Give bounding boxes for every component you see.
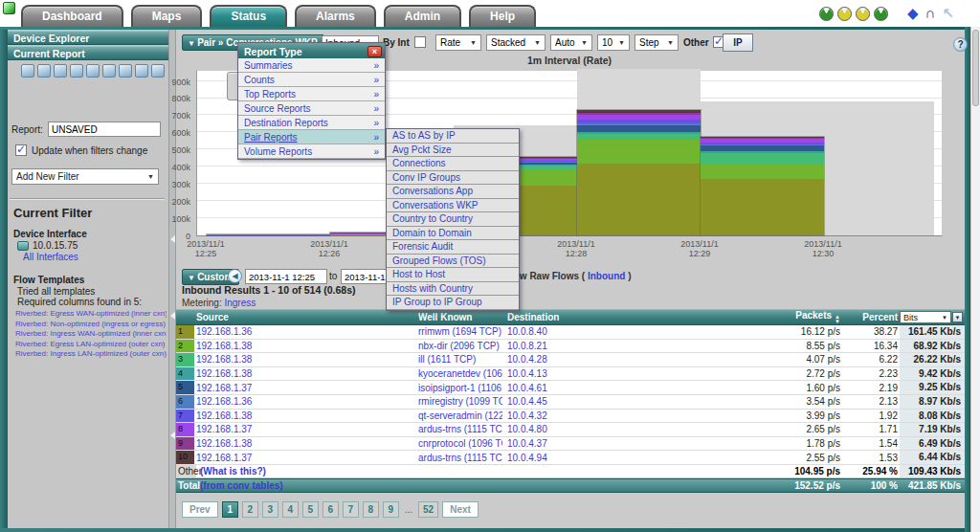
tab-help[interactable]: Help xyxy=(469,5,536,27)
destination-cell[interactable]: 10.0.4.45 xyxy=(507,396,670,407)
submenu-item-domain-to-domain[interactable]: Domain to Domain xyxy=(387,227,519,241)
menu-item-top-reports[interactable]: Top Reports» xyxy=(238,87,385,101)
page-button-2[interactable]: 2 xyxy=(242,501,258,518)
menu-item-summaries[interactable]: Summaries» xyxy=(238,58,385,73)
device-explorer-header[interactable]: Device Explorer xyxy=(8,31,168,45)
by-int-checkbox[interactable] xyxy=(414,36,426,48)
pie-chart-yellow-icon[interactable] xyxy=(837,7,852,21)
close-icon[interactable] xyxy=(368,46,382,57)
tab-maps[interactable]: Maps xyxy=(131,5,203,27)
table-row-10[interactable]: 10192.168.1.37ardus-trns (1115 TCP)10.0.… xyxy=(176,451,965,465)
help-icon[interactable]: ? xyxy=(953,37,968,52)
view-raw-flows-inbound-link[interactable]: Inbound xyxy=(588,271,625,281)
template-link-ingress-lan-optimi[interactable]: Riverbed: Ingress LAN-optimized (outer c… xyxy=(15,349,167,360)
menu-item-counts[interactable]: Counts» xyxy=(238,73,385,87)
page-button-52[interactable]: 52 xyxy=(418,501,438,518)
source-cell[interactable]: 192.168.1.36 xyxy=(194,326,418,337)
email-report-icon[interactable] xyxy=(135,64,148,78)
destination-cell[interactable]: 10.0.4.61 xyxy=(507,383,670,393)
nav-arrow-icon[interactable] xyxy=(942,5,954,22)
source-cell[interactable]: 192.168.1.38 xyxy=(194,354,418,365)
scrollbar-thumb[interactable] xyxy=(972,30,979,106)
what-is-this-link[interactable]: (What is this?) xyxy=(196,466,670,477)
well-known-cell[interactable]: qt-serveradmin (1220 TCP) xyxy=(418,410,502,421)
tab-admin[interactable]: Admin xyxy=(384,5,461,27)
submenu-item-country-to-country[interactable]: Country to Country xyxy=(387,212,519,227)
info-diamond-icon[interactable] xyxy=(907,5,919,22)
tab-alarms[interactable]: Alarms xyxy=(295,5,376,27)
vertical-scrollbar[interactable] xyxy=(970,27,980,532)
ip-button[interactable]: IP xyxy=(723,33,753,52)
well-known-cell[interactable]: ardus-trns (1115 TCP) xyxy=(418,453,502,463)
metering-ingress-link[interactable]: Ingress xyxy=(224,298,256,308)
stacked-select[interactable]: Stacked xyxy=(486,34,546,51)
pie-chart-green-icon[interactable] xyxy=(819,7,834,21)
well-known-column-header[interactable]: Well Known xyxy=(418,312,502,322)
menu-item-source-reports[interactable]: Source Reports» xyxy=(238,101,385,116)
pie-chart-yellow-icon[interactable] xyxy=(856,7,870,21)
source-cell[interactable]: 192.168.1.37 xyxy=(194,453,418,463)
report-name-input[interactable] xyxy=(48,122,161,137)
page-button-4[interactable]: 4 xyxy=(282,501,299,518)
arch-icon[interactable] xyxy=(925,5,936,22)
table-row-4[interactable]: 4192.168.1.38kyoceranetdev (1063 TCP)10.… xyxy=(176,367,965,382)
collapse-arrow-icon[interactable] xyxy=(170,432,175,439)
well-known-cell[interactable]: ardus-trns (1115 TCP) xyxy=(418,424,502,434)
page-button-3[interactable]: 3 xyxy=(262,501,278,518)
well-known-cell[interactable]: rmiregistry (1099 TCP) xyxy=(418,396,502,407)
source-cell[interactable]: 192.168.1.37 xyxy=(194,424,418,434)
destination-cell[interactable]: 10.0.4.13 xyxy=(507,368,670,379)
submenu-item-host-to-host[interactable]: Host to Host xyxy=(387,268,519,282)
template-link-ingress-wan-optimi[interactable]: Riverbed: Ingress WAN-optimized (inner c… xyxy=(15,329,167,340)
page-button-1[interactable]: 1 xyxy=(222,501,238,518)
table-row-8[interactable]: 8192.168.1.37ardus-trns (1115 TCP)10.0.4… xyxy=(176,423,965,437)
submenu-item-conversations-app[interactable]: Conversations App xyxy=(387,185,519,199)
well-known-cell[interactable]: ill (1611 TCP) xyxy=(418,354,502,365)
from-conv-tables-link[interactable]: (from conv tables) xyxy=(196,480,670,491)
table-view-icon[interactable] xyxy=(119,64,132,78)
collapse-arrow-icon[interactable] xyxy=(170,312,175,320)
sort-icon[interactable] xyxy=(835,315,840,324)
table-row-3[interactable]: 3192.168.1.38ill (1611 TCP)10.0.4.284.07… xyxy=(176,353,965,367)
next-page-button[interactable]: Next xyxy=(442,501,479,518)
rate-select[interactable]: Rate xyxy=(435,34,481,51)
source-cell[interactable]: 192.168.1.38 xyxy=(194,368,418,379)
submenu-item-conv-ip-groups[interactable]: Conv IP Groups xyxy=(387,171,519,186)
well-known-cell[interactable]: kyoceranetdev (1063 TCP) xyxy=(418,368,502,379)
destination-cell[interactable]: 10.0.4.80 xyxy=(507,424,670,434)
chart-bar-12:28[interactable] xyxy=(577,110,701,235)
bits-metric-select[interactable]: Bits xyxy=(900,311,951,323)
packets-column-header[interactable]: Packets xyxy=(670,310,842,324)
open-report-icon[interactable] xyxy=(21,64,34,78)
save-as-icon[interactable] xyxy=(54,64,67,78)
range-from-input[interactable] xyxy=(245,269,327,284)
menu-item-pair-reports[interactable]: Pair Reports» xyxy=(238,130,385,144)
source-cell[interactable]: 192.168.1.38 xyxy=(194,341,418,351)
submenu-item-conversations-wkp[interactable]: Conversations WKP xyxy=(387,199,519,213)
table-row-5[interactable]: 5192.168.1.37isoipsigport-1 (1106 TCP)10… xyxy=(176,381,965,395)
submenu-item-forensic-audit[interactable]: Forensic Audit xyxy=(387,240,519,255)
destination-cell[interactable]: 10.0.4.37 xyxy=(507,438,670,449)
schedule-icon[interactable] xyxy=(70,64,83,78)
destination-cell[interactable]: 10.0.8.40 xyxy=(507,326,670,337)
update-filters-checkbox[interactable] xyxy=(15,144,27,156)
template-link-egress-lan-optimiz[interactable]: Riverbed: Egress LAN-optimized (outer cx… xyxy=(15,340,167,350)
save-icon[interactable] xyxy=(37,64,51,78)
count-select[interactable]: 10 xyxy=(597,34,630,51)
step-select[interactable]: Step xyxy=(635,34,679,51)
submenu-item-ip-group-to-ip-group[interactable]: IP Group to IP Group xyxy=(387,296,519,310)
well-known-cell[interactable]: nbx-dir (2096 TCP) xyxy=(418,341,502,351)
submenu-item-grouped-flows-tos[interactable]: Grouped Flows (TOS) xyxy=(387,255,519,269)
table-row-1[interactable]: 1192.168.1.36rrimwm (1694 TCP)10.0.8.401… xyxy=(176,325,965,340)
chart-bar-12:29[interactable] xyxy=(701,137,824,235)
current-report-header[interactable]: Current Report xyxy=(8,46,168,60)
table-row-9[interactable]: 9192.168.1.38cnrprotocol (1096 TCP)10.0.… xyxy=(176,437,965,452)
source-cell[interactable]: 192.168.1.37 xyxy=(194,383,418,393)
source-cell[interactable]: 192.168.1.38 xyxy=(194,410,418,421)
tab-status[interactable]: Status xyxy=(210,5,287,27)
well-known-cell[interactable]: rrimwm (1694 TCP) xyxy=(418,326,502,337)
destination-cell[interactable]: 10.0.4.32 xyxy=(507,410,670,421)
table-row-7[interactable]: 7192.168.1.38qt-serveradmin (1220 TCP)10… xyxy=(176,410,965,424)
submenu-item-avg-pckt-size[interactable]: Avg Pckt Size xyxy=(387,144,519,158)
destination-column-header[interactable]: Destination xyxy=(507,312,670,322)
